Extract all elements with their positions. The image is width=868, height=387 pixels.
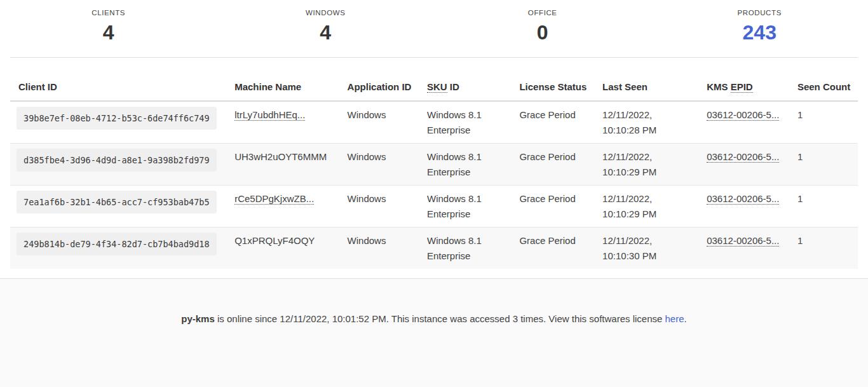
column-header-sku-id: SKU ID	[419, 81, 511, 101]
column-header-client-id: Client ID	[10, 81, 226, 101]
stat-products: PRODUCTS243	[651, 9, 868, 43]
cell-application-id: Windows	[339, 227, 419, 269]
cell-license-status: Grace Period	[511, 101, 594, 144]
stat-value: 0	[434, 22, 651, 43]
cell-seen-count: 1	[789, 144, 858, 186]
cell-application-id: Windows	[339, 101, 419, 144]
cell-license-status: Grace Period	[511, 186, 594, 227]
cell-license-status: Grace Period	[511, 227, 594, 269]
cell-machine-name: rCe5DPgKjxwZB...	[226, 186, 339, 227]
stats-divider	[10, 57, 858, 58]
stat-value[interactable]: 243	[651, 22, 868, 43]
stat-label: CLIENTS	[0, 9, 217, 17]
license-link[interactable]: here	[665, 313, 684, 324]
kms-epid-link[interactable]: 03612-00206-5...	[707, 109, 779, 121]
cell-kms-epid: 03612-00206-5...	[698, 227, 789, 269]
column-header-license-status: License Status	[511, 81, 594, 101]
stats-bar: CLIENTS4WINDOWS4OFFICE0PRODUCTS243	[0, 0, 868, 43]
cell-last-seen: 12/11/2022, 10:10:29 PM	[594, 144, 698, 186]
kms-epid-link[interactable]: 03612-00206-5...	[707, 193, 779, 205]
column-header-application-id: Application ID	[339, 81, 419, 101]
cell-client-id: d385fbe4-3d96-4d9d-a8e1-9a398b2fd979	[10, 144, 226, 186]
status-footer: py-kms is online since 12/11/2022, 10:01…	[0, 278, 868, 387]
cell-client-id: 39b8e7ef-08eb-4712-b53c-6de74ff6c749	[10, 101, 226, 144]
stat-label: OFFICE	[434, 9, 651, 17]
cell-seen-count: 1	[789, 101, 858, 144]
column-header-machine-name: Machine Name	[226, 81, 339, 101]
cell-license-status: Grace Period	[511, 144, 594, 186]
cell-client-id: 249b814b-de79-4f34-82d7-cb7b4bad9d18	[10, 227, 226, 269]
table-row: 249b814b-de79-4f34-82d7-cb7b4bad9d18Q1xP…	[10, 227, 858, 269]
app-name: py-kms	[181, 313, 215, 324]
table-row: d385fbe4-3d96-4d9d-a8e1-9a398b2fd979UH3w…	[10, 144, 858, 186]
client-id-code: 7ea1af6b-32b1-4b65-acc7-cf953bab47b5	[17, 191, 217, 214]
machine-name-link[interactable]: rCe5DPgKjxwZB...	[234, 193, 314, 205]
stat-office: OFFICE0	[434, 9, 651, 43]
machine-name-text: Q1xPRQLyF4OQY	[234, 235, 315, 246]
stat-value: 4	[0, 22, 217, 43]
stat-label: PRODUCTS	[651, 9, 868, 17]
cell-sku-id: Windows 8.1 Enterprise	[419, 227, 511, 269]
cell-last-seen: 12/11/2022, 10:10:28 PM	[594, 101, 698, 144]
cell-client-id: 7ea1af6b-32b1-4b65-acc7-cf953bab47b5	[10, 186, 226, 227]
column-header-kms-epid: KMS EPID	[698, 81, 789, 101]
abbr-sku: SKU	[427, 81, 447, 93]
footer-period: .	[684, 313, 687, 324]
stat-clients: CLIENTS4	[0, 9, 217, 43]
machine-name-text: UH3wH2uOYT6MMM	[234, 151, 327, 162]
client-id-code: 39b8e7ef-08eb-4712-b53c-6de74ff6c749	[17, 107, 217, 130]
abbr-epid: EPID	[731, 81, 753, 93]
kms-epid-link[interactable]: 03612-00206-5...	[707, 235, 779, 247]
cell-application-id: Windows	[339, 144, 419, 186]
stat-value: 4	[217, 22, 435, 43]
cell-machine-name: ltrLy7ubdhHEq...	[226, 101, 339, 144]
cell-last-seen: 12/11/2022, 10:10:29 PM	[594, 186, 698, 227]
cell-last-seen: 12/11/2022, 10:10:30 PM	[594, 227, 698, 269]
cell-seen-count: 1	[789, 186, 858, 227]
cell-machine-name: Q1xPRQLyF4OQY	[226, 227, 339, 269]
cell-kms-epid: 03612-00206-5...	[698, 186, 789, 227]
table-header: Client IDMachine NameApplication IDSKU I…	[10, 81, 858, 101]
cell-seen-count: 1	[789, 227, 858, 269]
cell-application-id: Windows	[339, 186, 419, 227]
table-row: 39b8e7ef-08eb-4712-b53c-6de74ff6c749ltrL…	[10, 101, 858, 144]
client-id-code: 249b814b-de79-4f34-82d7-cb7b4bad9d18	[17, 233, 217, 255]
cell-machine-name: UH3wH2uOYT6MMM	[226, 144, 339, 186]
clients-table-container: Client IDMachine NameApplication IDSKU I…	[10, 81, 858, 269]
kms-epid-link[interactable]: 03612-00206-5...	[707, 151, 779, 163]
table-row: 7ea1af6b-32b1-4b65-acc7-cf953bab47b5rCe5…	[10, 186, 858, 227]
cell-sku-id: Windows 8.1 Enterprise	[419, 186, 511, 227]
column-header-seen-count: Seen Count	[789, 81, 858, 101]
column-header-last-seen: Last Seen	[594, 81, 698, 101]
stat-windows: WINDOWS4	[217, 9, 435, 43]
footer-status-text: is online since 12/11/2022, 10:01:52 PM.…	[215, 313, 665, 324]
stat-label: WINDOWS	[217, 9, 435, 17]
cell-sku-id: Windows 8.1 Enterprise	[419, 101, 511, 144]
client-id-code: d385fbe4-3d96-4d9d-a8e1-9a398b2fd979	[17, 149, 217, 172]
cell-sku-id: Windows 8.1 Enterprise	[419, 144, 511, 186]
machine-name-link[interactable]: ltrLy7ubdhHEq...	[234, 109, 305, 121]
cell-kms-epid: 03612-00206-5...	[698, 101, 789, 144]
cell-kms-epid: 03612-00206-5...	[698, 144, 789, 186]
clients-table: Client IDMachine NameApplication IDSKU I…	[10, 81, 858, 269]
